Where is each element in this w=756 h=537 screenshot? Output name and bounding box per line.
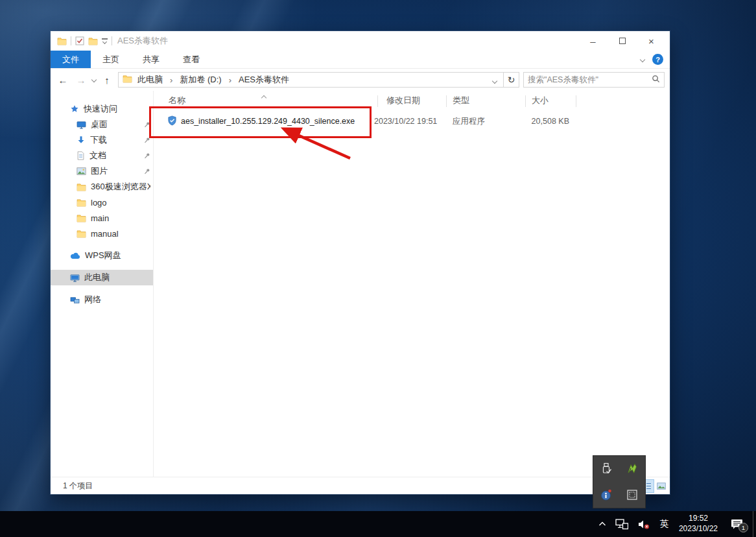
window-title: AES杀毒软件 <box>117 35 168 47</box>
sidebar-item-documents[interactable]: 文档 <box>51 148 153 163</box>
customize-toolbar-icon[interactable] <box>102 38 108 43</box>
file-type: 应用程序 <box>453 116 485 127</box>
cloud-icon <box>70 252 80 259</box>
tray-overflow-flyout <box>593 456 645 508</box>
up-button[interactable]: ↑ <box>100 75 114 86</box>
status-bar: 1 个项目 <box>51 477 670 494</box>
network-tray-icon[interactable] <box>611 511 633 537</box>
folder-icon <box>77 214 86 222</box>
clock-time: 19:52 <box>679 514 718 524</box>
forward-button[interactable]: → <box>74 75 88 86</box>
sidebar-item-manual[interactable]: manual <box>51 226 153 241</box>
breadcrumb[interactable]: 此电脑 › 新加卷 (D:) › AES杀毒软件 <box>118 72 504 88</box>
toolbar-divider <box>71 36 71 45</box>
pin-icon <box>144 168 150 174</box>
column-header-type[interactable]: 类型 <box>453 95 469 106</box>
close-button[interactable]: × <box>637 32 666 50</box>
search-icon[interactable] <box>652 75 660 85</box>
sidebar-item-logo[interactable]: logo <box>51 195 153 210</box>
toolbar-divider <box>112 36 112 45</box>
file-size: 20,508 KB <box>491 117 569 126</box>
search-box <box>523 72 665 88</box>
history-dropdown-icon[interactable] <box>91 77 97 82</box>
maximize-button[interactable] <box>608 32 637 50</box>
properties-icon[interactable] <box>75 36 84 45</box>
taskbar: 英 19:52 2023/10/22 1 <box>0 511 756 537</box>
pin-icon <box>144 152 150 159</box>
file-modified-date: 2023/10/22 19:51 <box>374 117 437 126</box>
sidebar-item-360-browser-downloads[interactable]: 360极速浏览器X下载 <box>51 179 153 195</box>
column-header-name[interactable]: 名称 <box>169 95 185 106</box>
ime-indicator[interactable]: 英 <box>655 511 673 537</box>
breadcrumb-drive-d[interactable]: 新加卷 (D:) <box>178 74 222 86</box>
thumbnail-view-icon[interactable] <box>655 480 667 492</box>
sidebar-item-main[interactable]: main <box>51 210 153 226</box>
tab-share[interactable]: 共享 <box>131 51 171 68</box>
breadcrumb-this-pc[interactable]: 此电脑 <box>136 74 164 86</box>
pictures-icon <box>77 167 86 175</box>
back-button[interactable]: ← <box>56 75 70 86</box>
notification-badge: 1 <box>738 523 748 532</box>
address-dropdown-icon[interactable] <box>489 75 501 85</box>
breadcrumb-separator: › <box>227 75 233 85</box>
navigation-pane: 快速访问 桌面 下载 文档 <box>51 91 154 477</box>
document-icon <box>77 151 85 160</box>
title-bar: AES杀毒软件 – × <box>51 31 670 51</box>
show-desktop-button[interactable] <box>753 511 756 537</box>
green-app-tray-icon[interactable] <box>619 456 645 482</box>
taskbar-clock[interactable]: 19:52 2023/10/22 <box>673 514 724 534</box>
minimize-button[interactable]: – <box>578 32 608 50</box>
download-icon <box>77 136 86 145</box>
action-center-icon[interactable]: 1 <box>724 511 750 537</box>
sidebar-item-quick-access[interactable]: 快速访问 <box>51 101 153 117</box>
usb-device-icon[interactable] <box>593 456 619 482</box>
sort-ascending-icon[interactable] <box>262 92 266 102</box>
tray-chevron-icon[interactable] <box>594 511 611 537</box>
info-tray-icon[interactable] <box>593 482 619 508</box>
column-header-modified[interactable]: 修改日期 <box>386 95 420 106</box>
screen: AES杀毒软件 – × 文件 主页 共享 查看 ? ← → ↑ <box>0 0 756 537</box>
ribbon-tab-bar: 文件 主页 共享 查看 ? <box>51 51 670 69</box>
folder-icon <box>77 183 86 191</box>
address-bar: ← → ↑ 此电脑 › 新加卷 (D:) › AES杀毒软件 ↻ <box>51 69 670 91</box>
folder-icon <box>123 75 132 85</box>
sidebar-item-network[interactable]: 网络 <box>51 292 153 307</box>
folder-icon <box>77 198 86 207</box>
sidebar-item-desktop[interactable]: 桌面 <box>51 117 153 132</box>
computer-icon <box>70 274 80 282</box>
explorer-app-icon <box>57 37 67 45</box>
item-count: 1 个项目 <box>63 481 93 492</box>
breadcrumb-current-folder[interactable]: AES杀毒软件 <box>237 74 290 86</box>
window-controls: – × <box>578 32 666 50</box>
tab-file[interactable]: 文件 <box>51 51 91 68</box>
new-folder-icon[interactable] <box>88 37 98 45</box>
tab-home[interactable]: 主页 <box>91 51 131 68</box>
search-input[interactable] <box>528 75 649 84</box>
network-icon <box>70 296 80 304</box>
column-header-size[interactable]: 大小 <box>532 95 549 106</box>
file-list-pane: 名称 修改日期 类型 大小 aes_installer_10.255.129.2… <box>154 91 670 477</box>
explorer-window: AES杀毒软件 – × 文件 主页 共享 查看 ? ← → ↑ <box>51 31 670 494</box>
quick-access-toolbar <box>57 36 112 45</box>
sidebar-item-pictures[interactable]: 图片 <box>51 163 153 179</box>
volume-muted-icon[interactable] <box>633 511 655 537</box>
folder-icon <box>77 230 86 238</box>
star-icon <box>70 104 79 113</box>
desktop-icon <box>77 121 86 129</box>
breadcrumb-separator: › <box>168 75 174 85</box>
help-icon[interactable]: ? <box>652 54 663 65</box>
refresh-button[interactable]: ↻ <box>504 72 519 88</box>
dotted-square-tray-icon[interactable] <box>619 482 645 508</box>
sidebar-item-wps-cloud[interactable]: WPS网盘 <box>51 248 153 263</box>
sidebar-item-downloads[interactable]: 下载 <box>51 132 153 148</box>
ribbon-collapse-icon[interactable] <box>640 56 645 62</box>
highlight-box <box>149 106 372 138</box>
tab-view[interactable]: 查看 <box>171 51 211 68</box>
clock-date: 2023/10/22 <box>679 524 718 534</box>
sidebar-item-this-pc[interactable]: 此电脑 <box>51 270 153 285</box>
